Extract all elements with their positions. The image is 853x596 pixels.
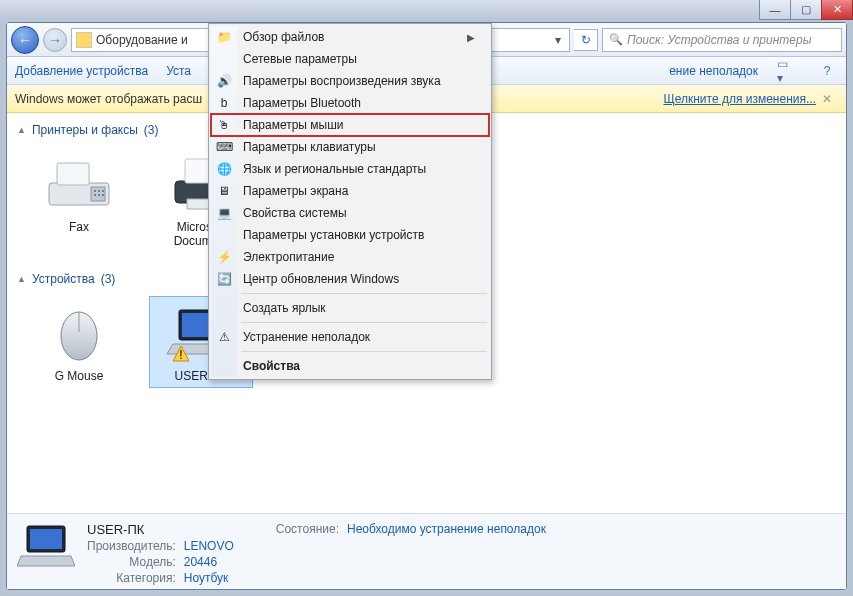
menu-item[interactable]: Сетевые параметры (211, 48, 489, 70)
info-bar-text: Windows может отображать расш (15, 92, 202, 106)
back-button[interactable]: ← (11, 26, 39, 54)
troubleshoot-link[interactable]: ение неполадок (669, 64, 758, 78)
svg-point-6 (94, 194, 96, 196)
details-status-key: Состояние: (276, 522, 339, 581)
svg-point-3 (94, 190, 96, 192)
menu-item[interactable]: 🖱Параметры мыши (211, 114, 489, 136)
details-key: Производитель: (87, 539, 176, 553)
menu-item[interactable]: bПараметры Bluetooth (211, 92, 489, 114)
details-meta: USER-ПК Производитель: LENOVO Модель: 20… (87, 522, 234, 581)
details-val: LENOVO (184, 539, 234, 553)
close-button[interactable]: ✕ (821, 0, 853, 20)
group-title: Устройства (32, 272, 95, 286)
device-item-fax[interactable]: Fax (27, 147, 131, 254)
menu-item-label: Обзор файлов (243, 30, 324, 44)
menu-item-icon: ⌨ (216, 139, 232, 155)
menu-item[interactable]: 🔊Параметры воспроизведения звука (211, 70, 489, 92)
forward-button[interactable]: → (43, 28, 67, 52)
add-device-link[interactable]: Добавление устройства (15, 64, 148, 78)
menu-item-icon: 📁 (216, 29, 232, 45)
details-status-val: Необходимо устранение неполадок (347, 522, 546, 581)
menu-separator (241, 351, 487, 352)
menu-item-icon: 💻 (216, 205, 232, 221)
group-count: (3) (144, 123, 159, 137)
svg-point-8 (102, 194, 104, 196)
search-placeholder: Поиск: Устройства и принтеры (627, 33, 811, 47)
info-bar-close-icon[interactable]: ✕ (816, 92, 838, 106)
menu-item[interactable]: 🌐Язык и региональные стандарты (211, 158, 489, 180)
svg-rect-2 (91, 187, 105, 201)
menu-item[interactable]: ⚠Устранение неполадок (211, 326, 489, 348)
warning-icon: ! (172, 345, 190, 363)
menu-item-label: Параметры Bluetooth (243, 96, 361, 110)
menu-item-label: Центр обновления Windows (243, 272, 399, 286)
menu-item[interactable]: ⚡Электропитание (211, 246, 489, 268)
details-status: Состояние: Необходимо устранение неполад… (276, 522, 546, 581)
details-title: USER-ПК (87, 522, 234, 537)
browser-tab-strip (0, 0, 853, 22)
menu-separator (241, 293, 487, 294)
menu-item-label: Свойства системы (243, 206, 347, 220)
mouse-icon (42, 301, 116, 365)
menu-item[interactable]: 📁Обзор файлов▶ (211, 26, 489, 48)
menu-item-label: Параметры клавиатуры (243, 140, 376, 154)
maximize-button[interactable]: ▢ (790, 0, 822, 20)
menu-item-icon: ⚠ (216, 329, 232, 345)
menu-item-label: Создать ярлык (243, 301, 326, 315)
help-icon[interactable]: ? (816, 61, 838, 81)
view-options-icon[interactable]: ▭ ▾ (776, 61, 798, 81)
group-count: (3) (101, 272, 116, 286)
menu-item-icon: 🔄 (216, 271, 232, 287)
svg-point-5 (102, 190, 104, 192)
menu-item-label: Свойства (243, 359, 300, 373)
device-label: Fax (69, 220, 89, 234)
menu-item[interactable]: 💻Свойства системы (211, 202, 489, 224)
menu-item-icon: 🖥 (216, 183, 232, 199)
svg-text:!: ! (179, 348, 182, 362)
device-item-mouse[interactable]: G Mouse (27, 296, 131, 388)
printer-icon (76, 32, 92, 48)
details-pane: USER-ПК Производитель: LENOVO Модель: 20… (7, 513, 846, 589)
menu-item[interactable]: 🖥Параметры экрана (211, 180, 489, 202)
fax-icon (42, 152, 116, 216)
details-val: 20446 (184, 555, 234, 569)
group-title: Принтеры и факсы (32, 123, 138, 137)
install-link[interactable]: Уста (166, 64, 191, 78)
menu-item[interactable]: Создать ярлык (211, 297, 489, 319)
explorer-window: ← → Оборудование и ▾ ↻ Поиск: Устройства… (6, 22, 847, 590)
refresh-button[interactable]: ↻ (574, 29, 598, 51)
context-menu-list: 📁Обзор файлов▶Сетевые параметры🔊Параметр… (211, 26, 489, 377)
details-thumb-icon (17, 522, 75, 572)
menu-item-icon: ⚡ (216, 249, 232, 265)
menu-item-icon: b (216, 95, 232, 111)
svg-rect-24 (30, 529, 62, 549)
menu-item-label: Параметры установки устройств (243, 228, 424, 242)
details-val: Ноутбук (184, 571, 234, 585)
svg-point-7 (98, 194, 100, 196)
submenu-arrow-icon: ▶ (467, 32, 475, 43)
info-bar-link[interactable]: Щелкните для изменения... (663, 92, 816, 106)
details-key: Модель: (87, 555, 176, 569)
svg-point-4 (98, 190, 100, 192)
menu-item-label: Параметры воспроизведения звука (243, 74, 441, 88)
svg-rect-1 (57, 163, 89, 185)
details-key: Категория: (87, 571, 176, 585)
menu-item-label: Сетевые параметры (243, 52, 357, 66)
menu-item-icon: 🔊 (216, 73, 232, 89)
menu-item-icon: 🖱 (216, 117, 232, 133)
menu-item-icon: 🌐 (216, 161, 232, 177)
menu-item[interactable]: ⌨Параметры клавиатуры (211, 136, 489, 158)
context-menu: 📁Обзор файлов▶Сетевые параметры🔊Параметр… (208, 23, 492, 380)
search-input[interactable]: Поиск: Устройства и принтеры (602, 28, 842, 52)
menu-item[interactable]: Параметры установки устройств (211, 224, 489, 246)
menu-item[interactable]: 🔄Центр обновления Windows (211, 268, 489, 290)
menu-item-label: Устранение неполадок (243, 330, 370, 344)
minimize-button[interactable]: — (759, 0, 791, 20)
menu-item-label: Параметры экрана (243, 184, 348, 198)
menu-separator (241, 322, 487, 323)
address-dropdown-icon[interactable]: ▾ (551, 33, 565, 47)
menu-item-label: Электропитание (243, 250, 334, 264)
chevron-down-icon: ▲ (17, 125, 26, 135)
menu-item-label: Язык и региональные стандарты (243, 162, 426, 176)
menu-item[interactable]: Свойства (211, 355, 489, 377)
